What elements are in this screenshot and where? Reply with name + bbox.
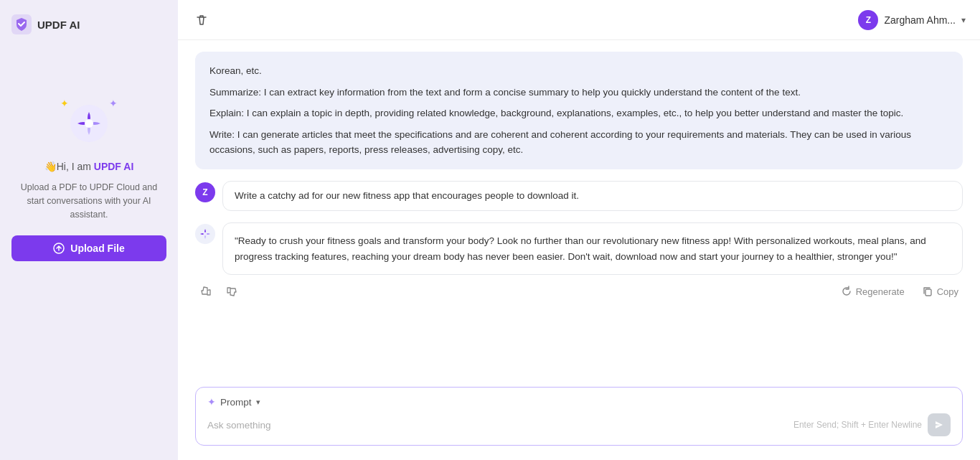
user-message-avatar: Z [195, 182, 215, 202]
ai-para-1: Korean, etc. [209, 63, 948, 79]
trash-icon [195, 14, 208, 27]
ai-response-content: "Ready to crush your fitness goals and t… [222, 222, 963, 275]
prompt-label: Prompt [220, 397, 252, 408]
svg-rect-5 [925, 289, 931, 296]
ai-intro-bubble: Korean, etc. Summarize: I can extract ke… [195, 52, 963, 169]
send-button[interactable] [928, 413, 951, 436]
ai-response-avatar [195, 224, 215, 244]
ai-response-header: "Ready to crush your fitness goals and t… [195, 222, 963, 275]
thumbs-down-icon [225, 285, 238, 298]
topbar-left [192, 11, 211, 29]
sidebar-logo: UPDF AI [11, 14, 80, 34]
thumbs-down-button[interactable] [222, 282, 241, 301]
input-box: ✦ Prompt ▾ Enter Send; Shift + Enter New… [195, 387, 963, 446]
mascot-area: ✦ ✦ 👋Hi, I am UPDF AI Upload a PDF to UP… [11, 95, 166, 261]
input-field-row: Enter Send; Shift + Enter Newline [207, 413, 951, 436]
main-panel: Z Zargham Ahm... ▾ Korean, etc. Summariz… [178, 0, 980, 460]
delete-button[interactable] [192, 11, 211, 29]
topbar: Z Zargham Ahm... ▾ [178, 0, 980, 40]
user-message-row: Z Write a catchy ad for our new fitness … [195, 181, 963, 211]
updf-logo-icon [11, 14, 32, 34]
thumbs-up-icon [199, 285, 212, 298]
input-area: ✦ Prompt ▾ Enter Send; Shift + Enter New… [178, 378, 980, 460]
regenerate-icon [841, 286, 852, 297]
user-menu[interactable]: Z Zargham Ahm... ▾ [858, 10, 966, 30]
mascot-wrapper: ✦ ✦ [60, 95, 118, 152]
greeting: 👋Hi, I am UPDF AI [44, 161, 134, 172]
sparkle-top-right: ✦ [109, 98, 118, 109]
svg-point-4 [204, 233, 207, 236]
prompt-dropdown-icon[interactable]: ▾ [256, 398, 260, 407]
copy-icon [922, 286, 933, 297]
ai-avatar-icon [198, 227, 212, 241]
thumbs-up-button[interactable] [197, 282, 215, 301]
user-message-bubble: Write a catchy ad for our new fitness ap… [222, 181, 963, 211]
chat-area: Korean, etc. Summarize: I can extract ke… [178, 40, 980, 378]
vote-actions [197, 282, 241, 301]
chat-input[interactable] [207, 420, 788, 431]
svg-point-2 [85, 119, 93, 128]
upload-icon [53, 243, 65, 254]
user-avatar: Z [858, 10, 878, 30]
mascot-icon [70, 105, 108, 142]
sparkle-top-left: ✦ [60, 98, 69, 109]
ai-para-3: Explain: I can explain a topic in depth,… [209, 105, 948, 121]
copy-button[interactable]: Copy [919, 283, 961, 300]
input-toolbar: ✦ Prompt ▾ [207, 396, 951, 408]
user-name: Zargham Ahm... [884, 14, 956, 26]
chevron-down-icon: ▾ [961, 15, 966, 25]
ai-response-actions: Regenerate Copy [195, 282, 963, 301]
copy-regen-actions: Regenerate Copy [838, 283, 961, 300]
sidebar: UPDF AI ✦ ✦ 👋Hi, I am UPDF AI Upload a P… [0, 0, 178, 460]
input-hint: Enter Send; Shift + Enter Newline [793, 420, 922, 430]
logo-text: UPDF AI [37, 19, 80, 31]
ai-para-2: Summarize: I can extract key information… [209, 85, 948, 100]
send-icon [934, 420, 944, 430]
upload-file-button[interactable]: Upload File [11, 235, 166, 261]
sidebar-description: Upload a PDF to UPDF Cloud and start con… [11, 181, 166, 221]
regenerate-button[interactable]: Regenerate [838, 283, 908, 300]
ai-para-4: Write: I can generate articles that meet… [209, 127, 948, 158]
ai-response-row: "Ready to crush your fitness goals and t… [195, 222, 963, 301]
spark-icon: ✦ [207, 396, 216, 408]
brand-name: UPDF AI [94, 161, 133, 172]
